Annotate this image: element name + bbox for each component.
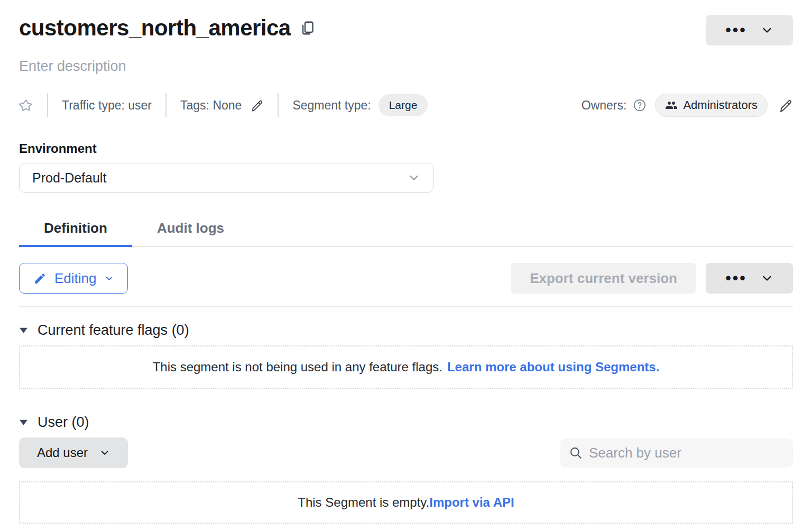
segment-type-label: Segment type: — [292, 98, 371, 113]
help-circle-icon[interactable] — [633, 98, 647, 112]
divider — [278, 93, 279, 117]
user-search-box — [560, 438, 793, 468]
caret-down-icon — [19, 327, 28, 334]
caret-down-icon — [19, 419, 28, 426]
tab-audit-logs[interactable]: Audit logs — [132, 215, 249, 247]
editing-label: Editing — [54, 270, 97, 287]
header-more-button[interactable]: ••• — [706, 15, 793, 45]
search-by-user-input[interactable] — [589, 445, 785, 461]
title-wrap: customers_north_america — [19, 15, 315, 41]
add-user-button[interactable]: Add user — [19, 437, 128, 468]
export-current-version-button[interactable]: Export current version — [511, 263, 696, 294]
feature-flags-empty-text: This segment is not being used in any fe… — [153, 360, 442, 374]
feature-flags-section-header[interactable]: Current feature flags (0) — [19, 322, 793, 339]
divider — [47, 93, 48, 117]
traffic-type-label: Traffic type: user — [62, 98, 152, 113]
ellipsis-icon: ••• — [725, 22, 747, 38]
people-icon — [665, 99, 678, 112]
chevron-down-icon — [761, 272, 773, 285]
segment-empty-text: This Segment is empty. — [298, 495, 429, 510]
section-divider — [19, 306, 793, 307]
owners-label: Owners: — [582, 98, 627, 113]
toolbar-right: Export current version ••• — [511, 263, 793, 294]
segment-detail-page: customers_north_america ••• Enter descri… — [0, 0, 812, 530]
star-icon[interactable] — [19, 98, 33, 113]
chevron-down-icon — [408, 171, 420, 184]
feature-flags-section-title: Current feature flags (0) — [38, 322, 189, 339]
copy-icon[interactable] — [300, 20, 315, 36]
search-icon — [569, 446, 583, 460]
user-section-title: User (0) — [38, 414, 89, 431]
page-header: customers_north_america ••• — [19, 0, 793, 45]
owners-badge[interactable]: Administrators — [655, 94, 768, 117]
page-title: customers_north_america — [19, 15, 291, 41]
definition-toolbar: Editing Export current version ••• — [19, 263, 793, 294]
import-via-api-link[interactable]: Import via API — [429, 495, 514, 510]
add-user-label: Add user — [37, 445, 88, 460]
tab-definition[interactable]: Definition — [19, 215, 132, 247]
description-placeholder[interactable]: Enter description — [19, 58, 793, 75]
edit-tags-pencil-icon[interactable] — [250, 98, 264, 112]
ellipsis-icon: ••• — [725, 270, 747, 286]
chevron-down-icon — [761, 24, 773, 36]
tags-label: Tags: None — [180, 98, 242, 113]
divider — [165, 93, 167, 117]
chevron-down-icon — [105, 274, 114, 283]
environment-select[interactable]: Prod-Default — [19, 163, 433, 193]
segment-type-badge: Large — [379, 94, 428, 116]
user-empty-state: This Segment is empty. Import via API — [19, 481, 793, 524]
learn-more-link[interactable]: Learn more about using Segments. — [447, 360, 659, 374]
environment-label: Environment — [19, 141, 793, 156]
pencil-icon — [33, 272, 47, 285]
tab-bar: Definition Audit logs — [19, 215, 793, 247]
user-section-header[interactable]: User (0) — [19, 414, 793, 431]
feature-flags-empty-state: This segment is not being used in any fe… — [19, 345, 793, 389]
edit-owners-pencil-icon[interactable] — [778, 98, 793, 113]
environment-selected-value: Prod-Default — [32, 170, 106, 186]
meta-row: Traffic type: user Tags: None Segment ty… — [19, 93, 793, 118]
toolbar-more-button[interactable]: ••• — [706, 263, 793, 294]
editing-mode-button[interactable]: Editing — [19, 263, 128, 294]
user-controls-row: Add user — [19, 437, 793, 468]
owners-value: Administrators — [683, 98, 758, 112]
chevron-down-icon — [99, 447, 110, 458]
